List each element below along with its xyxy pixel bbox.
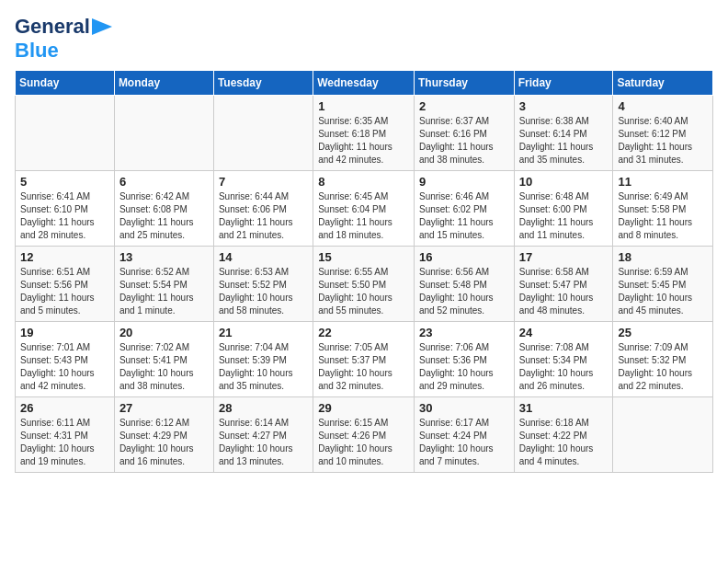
calendar-cell: 11Sunrise: 6:49 AM Sunset: 5:58 PM Dayli… bbox=[613, 171, 713, 247]
day-number: 3 bbox=[519, 99, 609, 113]
calendar-cell: 6Sunrise: 6:42 AM Sunset: 6:08 PM Daylig… bbox=[114, 171, 213, 247]
day-info: Sunrise: 6:51 AM Sunset: 5:56 PM Dayligh… bbox=[20, 266, 109, 317]
day-info: Sunrise: 6:11 AM Sunset: 4:31 PM Dayligh… bbox=[20, 417, 109, 468]
day-number: 15 bbox=[318, 250, 409, 264]
day-info: Sunrise: 6:58 AM Sunset: 5:47 PM Dayligh… bbox=[519, 266, 609, 317]
day-info: Sunrise: 6:37 AM Sunset: 6:16 PM Dayligh… bbox=[419, 115, 509, 167]
day-info: Sunrise: 7:08 AM Sunset: 5:34 PM Dayligh… bbox=[519, 341, 609, 393]
day-info: Sunrise: 7:01 AM Sunset: 5:43 PM Dayligh… bbox=[20, 341, 109, 393]
calendar-cell: 7Sunrise: 6:44 AM Sunset: 6:06 PM Daylig… bbox=[213, 171, 313, 247]
calendar-cell: 15Sunrise: 6:55 AM Sunset: 5:50 PM Dayli… bbox=[313, 247, 415, 322]
day-number: 21 bbox=[219, 326, 308, 339]
day-info: Sunrise: 6:40 AM Sunset: 6:12 PM Dayligh… bbox=[618, 115, 708, 167]
calendar-week-row: 5Sunrise: 6:41 AM Sunset: 6:10 PM Daylig… bbox=[16, 171, 713, 247]
svg-marker-0 bbox=[92, 18, 112, 35]
calendar-table: SundayMondayTuesdayWednesdayThursdayFrid… bbox=[15, 70, 713, 473]
day-info: Sunrise: 6:52 AM Sunset: 5:54 PM Dayligh… bbox=[119, 266, 209, 317]
day-number: 14 bbox=[219, 250, 308, 264]
day-info: Sunrise: 6:18 AM Sunset: 4:22 PM Dayligh… bbox=[519, 417, 609, 468]
day-number: 5 bbox=[20, 175, 109, 189]
day-info: Sunrise: 6:35 AM Sunset: 6:18 PM Dayligh… bbox=[318, 115, 409, 167]
day-info: Sunrise: 7:04 AM Sunset: 5:39 PM Dayligh… bbox=[219, 341, 308, 393]
day-number: 22 bbox=[318, 326, 409, 339]
day-info: Sunrise: 6:55 AM Sunset: 5:50 PM Dayligh… bbox=[318, 266, 409, 317]
calendar-cell: 13Sunrise: 6:52 AM Sunset: 5:54 PM Dayli… bbox=[114, 247, 213, 322]
day-number: 6 bbox=[119, 175, 209, 189]
logo-text-blue: Blue bbox=[15, 39, 59, 62]
calendar-cell: 2Sunrise: 6:37 AM Sunset: 6:16 PM Daylig… bbox=[414, 96, 514, 171]
day-number: 11 bbox=[618, 175, 708, 189]
calendar-cell: 22Sunrise: 7:05 AM Sunset: 5:37 PM Dayli… bbox=[313, 322, 415, 397]
day-info: Sunrise: 6:17 AM Sunset: 4:24 PM Dayligh… bbox=[419, 417, 509, 468]
calendar-cell bbox=[613, 397, 713, 473]
day-number: 26 bbox=[20, 401, 109, 415]
calendar-cell: 4Sunrise: 6:40 AM Sunset: 6:12 PM Daylig… bbox=[613, 96, 713, 171]
day-info: Sunrise: 6:49 AM Sunset: 5:58 PM Dayligh… bbox=[618, 190, 708, 242]
calendar-cell: 31Sunrise: 6:18 AM Sunset: 4:22 PM Dayli… bbox=[514, 397, 613, 473]
calendar-cell: 19Sunrise: 7:01 AM Sunset: 5:43 PM Dayli… bbox=[16, 322, 115, 397]
day-header-sunday: Sunday bbox=[16, 71, 115, 96]
calendar-header-row: SundayMondayTuesdayWednesdayThursdayFrid… bbox=[16, 71, 713, 96]
calendar-cell: 16Sunrise: 6:56 AM Sunset: 5:48 PM Dayli… bbox=[414, 247, 514, 322]
day-info: Sunrise: 6:41 AM Sunset: 6:10 PM Dayligh… bbox=[20, 190, 109, 242]
day-number: 12 bbox=[20, 250, 109, 264]
calendar-cell: 8Sunrise: 6:45 AM Sunset: 6:04 PM Daylig… bbox=[313, 171, 415, 247]
logo-arrow-icon bbox=[92, 18, 112, 35]
calendar-cell: 26Sunrise: 6:11 AM Sunset: 4:31 PM Dayli… bbox=[16, 397, 115, 473]
day-number: 28 bbox=[219, 401, 308, 415]
day-info: Sunrise: 6:45 AM Sunset: 6:04 PM Dayligh… bbox=[318, 190, 409, 242]
calendar-week-row: 12Sunrise: 6:51 AM Sunset: 5:56 PM Dayli… bbox=[16, 247, 713, 322]
calendar-week-row: 19Sunrise: 7:01 AM Sunset: 5:43 PM Dayli… bbox=[16, 322, 713, 397]
calendar-week-row: 1Sunrise: 6:35 AM Sunset: 6:18 PM Daylig… bbox=[16, 96, 713, 171]
calendar-cell bbox=[114, 96, 213, 171]
calendar-cell: 24Sunrise: 7:08 AM Sunset: 5:34 PM Dayli… bbox=[514, 322, 613, 397]
calendar-cell: 12Sunrise: 6:51 AM Sunset: 5:56 PM Dayli… bbox=[16, 247, 115, 322]
calendar-cell: 29Sunrise: 6:15 AM Sunset: 4:26 PM Dayli… bbox=[313, 397, 415, 473]
calendar-cell bbox=[213, 96, 313, 171]
calendar-cell: 18Sunrise: 6:59 AM Sunset: 5:45 PM Dayli… bbox=[613, 247, 713, 322]
day-info: Sunrise: 7:06 AM Sunset: 5:36 PM Dayligh… bbox=[419, 341, 509, 393]
day-info: Sunrise: 6:53 AM Sunset: 5:52 PM Dayligh… bbox=[219, 266, 308, 317]
day-header-thursday: Thursday bbox=[414, 71, 514, 96]
logo: General Blue bbox=[15, 15, 112, 63]
day-number: 19 bbox=[20, 326, 109, 339]
day-number: 24 bbox=[519, 326, 609, 339]
day-header-saturday: Saturday bbox=[613, 71, 713, 96]
day-number: 17 bbox=[519, 250, 609, 264]
calendar-cell: 21Sunrise: 7:04 AM Sunset: 5:39 PM Dayli… bbox=[213, 322, 313, 397]
day-info: Sunrise: 6:56 AM Sunset: 5:48 PM Dayligh… bbox=[419, 266, 509, 317]
calendar-cell: 20Sunrise: 7:02 AM Sunset: 5:41 PM Dayli… bbox=[114, 322, 213, 397]
day-number: 25 bbox=[618, 326, 708, 339]
day-info: Sunrise: 6:46 AM Sunset: 6:02 PM Dayligh… bbox=[419, 190, 509, 242]
calendar-cell: 1Sunrise: 6:35 AM Sunset: 6:18 PM Daylig… bbox=[313, 96, 415, 171]
day-number: 1 bbox=[318, 99, 409, 113]
day-info: Sunrise: 6:38 AM Sunset: 6:14 PM Dayligh… bbox=[519, 115, 609, 167]
calendar-cell bbox=[16, 96, 115, 171]
day-number: 4 bbox=[618, 99, 708, 113]
day-number: 27 bbox=[119, 401, 209, 415]
day-number: 29 bbox=[318, 401, 409, 415]
day-number: 13 bbox=[119, 250, 209, 264]
day-info: Sunrise: 6:42 AM Sunset: 6:08 PM Dayligh… bbox=[119, 190, 209, 242]
day-number: 18 bbox=[618, 250, 708, 264]
calendar-cell: 23Sunrise: 7:06 AM Sunset: 5:36 PM Dayli… bbox=[414, 322, 514, 397]
day-info: Sunrise: 6:59 AM Sunset: 5:45 PM Dayligh… bbox=[618, 266, 708, 317]
page-header: General Blue bbox=[15, 15, 713, 63]
day-info: Sunrise: 6:44 AM Sunset: 6:06 PM Dayligh… bbox=[219, 190, 308, 242]
day-number: 23 bbox=[419, 326, 509, 339]
calendar-cell: 5Sunrise: 6:41 AM Sunset: 6:10 PM Daylig… bbox=[16, 171, 115, 247]
calendar-cell: 3Sunrise: 6:38 AM Sunset: 6:14 PM Daylig… bbox=[514, 96, 613, 171]
day-info: Sunrise: 7:05 AM Sunset: 5:37 PM Dayligh… bbox=[318, 341, 409, 393]
calendar-cell: 28Sunrise: 6:14 AM Sunset: 4:27 PM Dayli… bbox=[213, 397, 313, 473]
day-number: 9 bbox=[419, 175, 509, 189]
calendar-cell: 10Sunrise: 6:48 AM Sunset: 6:00 PM Dayli… bbox=[514, 171, 613, 247]
day-header-monday: Monday bbox=[114, 71, 213, 96]
day-header-tuesday: Tuesday bbox=[213, 71, 313, 96]
day-info: Sunrise: 6:12 AM Sunset: 4:29 PM Dayligh… bbox=[119, 417, 209, 468]
day-info: Sunrise: 6:14 AM Sunset: 4:27 PM Dayligh… bbox=[219, 417, 308, 468]
calendar-cell: 17Sunrise: 6:58 AM Sunset: 5:47 PM Dayli… bbox=[514, 247, 613, 322]
calendar-cell: 27Sunrise: 6:12 AM Sunset: 4:29 PM Dayli… bbox=[114, 397, 213, 473]
day-number: 8 bbox=[318, 175, 409, 189]
day-number: 16 bbox=[419, 250, 509, 264]
day-number: 7 bbox=[219, 175, 308, 189]
